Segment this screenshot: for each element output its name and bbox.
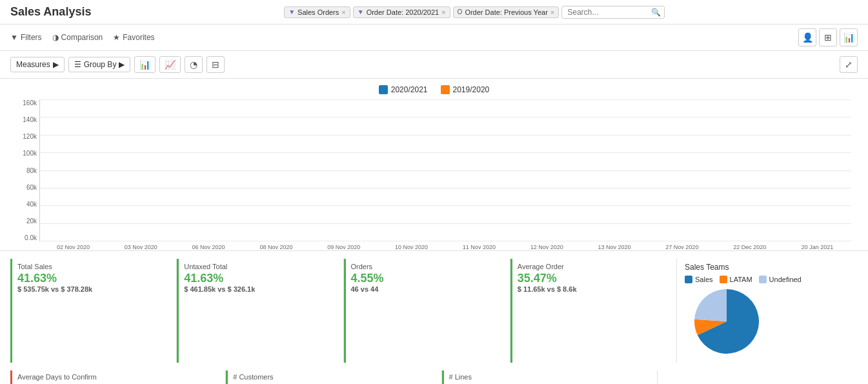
- kpi-sub: $ 11.65k vs $ 8.6k: [518, 285, 669, 293]
- legend-color-blue: [379, 85, 388, 94]
- filter-tag-label: Order Date: Previous Year: [465, 8, 547, 16]
- expand-button[interactable]: ⤢: [840, 56, 858, 73]
- x-axis-label: 22 Dec 2020: [716, 244, 783, 250]
- filter-close-icon[interactable]: ×: [550, 8, 554, 16]
- sales-teams-pie-chart: [685, 286, 769, 357]
- table-view-button[interactable]: ⊟: [207, 56, 225, 73]
- kpi-row-2: Average Days to Confirm -4% 0.72 vs 0.75…: [0, 370, 868, 384]
- measures-label: Measures: [16, 60, 50, 69]
- kpi-title: Average Order: [518, 263, 669, 270]
- filter-tag-label: Sales Orders: [298, 8, 339, 16]
- x-axis-label: 08 Nov 2020: [242, 244, 310, 250]
- pie-legend-color: [759, 276, 767, 283]
- kpi-sub: $ 535.75k vs $ 378.28k: [17, 285, 168, 293]
- group-by-button[interactable]: ☰ Group By ▶: [68, 57, 131, 72]
- kpi-percentage: 4.55%: [351, 272, 502, 285]
- y-axis-label: 120k: [23, 133, 37, 140]
- comparison-label: Comparison: [61, 33, 103, 42]
- x-axis-label: 27 Nov 2020: [648, 244, 716, 250]
- page-title: Sales Analysis: [10, 5, 91, 19]
- y-axis-label: 80k: [26, 167, 37, 174]
- kpi-col: Average Order 35.47% $ 11.65k vs $ 8.6k: [510, 259, 677, 363]
- x-axis-label: 10 Nov 2020: [378, 244, 445, 250]
- filter-tags: ▼Sales Orders×▼Order Date: 2020/2021×OOr…: [91, 6, 858, 19]
- view-person-button[interactable]: 👤: [798, 28, 816, 46]
- group-by-label: Group By: [84, 60, 117, 69]
- y-axis-label: 100k: [23, 150, 37, 157]
- search-box[interactable]: 🔍: [561, 6, 665, 19]
- sales-teams: Sales TeamsSalesLATAMUndefined: [677, 259, 858, 363]
- nav-left: ▼ Filters ◑ Comparison ★ Favorites: [10, 33, 155, 42]
- kpi-sub: $ 461.85k vs $ 326.1k: [184, 285, 335, 293]
- x-axis-label: 20 Jan 2021: [783, 244, 851, 250]
- filter-close-icon[interactable]: ×: [441, 8, 445, 16]
- favorites-icon: ★: [113, 33, 120, 42]
- x-axis-label: 09 Nov 2020: [310, 244, 378, 250]
- pie-legend-color: [720, 276, 727, 283]
- bar-chart-button[interactable]: 📊: [134, 56, 156, 73]
- chart-area: 2020/2021 2019/2020 160k140k120k100k80k6…: [0, 79, 868, 250]
- y-axis-label: 20k: [26, 217, 37, 225]
- measures-button[interactable]: Measures ▶: [10, 57, 65, 72]
- favorites-label: Favorites: [123, 33, 154, 42]
- filter-close-icon[interactable]: ×: [341, 8, 345, 16]
- x-axis-label: 12 Nov 2020: [513, 244, 581, 250]
- x-axis-labels: 02 Nov 202003 Nov 202006 Nov 202008 Nov …: [39, 241, 851, 250]
- search-input[interactable]: [567, 8, 651, 17]
- legend-color-orange: [441, 85, 450, 94]
- kpi-percentage: 41.63%: [184, 272, 335, 285]
- kpi-title: # Lines: [449, 373, 649, 381]
- kpi-col: Total Sales 41.63% $ 535.75k vs $ 378.28…: [10, 259, 177, 363]
- kpi-title: Total Sales: [17, 263, 168, 270]
- nav-right: 👤 ⊞ 📊: [798, 28, 858, 46]
- funnel-icon: ▼: [358, 8, 364, 15]
- filters-label: Filters: [21, 33, 42, 42]
- kpi-col: Untaxed Total 41.63% $ 461.85k vs $ 326.…: [177, 259, 343, 363]
- x-axis-label: 11 Nov 2020: [445, 244, 513, 250]
- y-axis-label: 60k: [26, 184, 37, 191]
- pie-legend-color: [685, 276, 692, 283]
- pie-legend-label: LATAM: [730, 276, 752, 283]
- kpi-col-2: Average Days to Confirm -4% 0.72 vs 0.75…: [10, 370, 226, 384]
- chart-legend: 2020/2021 2019/2020: [10, 85, 858, 94]
- favorites-button[interactable]: ★ Favorites: [113, 33, 154, 42]
- comparison-button[interactable]: ◑ Comparison: [52, 33, 103, 42]
- kpi-sub: 46 vs 44: [351, 285, 502, 293]
- legend-label-orange: 2019/2020: [453, 85, 490, 94]
- x-axis-label: 13 Nov 2020: [581, 244, 649, 250]
- pie-legend-item: Undefined: [759, 276, 802, 283]
- pie-legend-item: LATAM: [720, 276, 752, 283]
- group-by-icon: ☰: [74, 60, 81, 69]
- pie-chart-button[interactable]: ◔: [185, 56, 203, 73]
- x-axis-label: 06 Nov 2020: [175, 244, 243, 250]
- circle-icon: O: [458, 8, 463, 15]
- view-chart-button[interactable]: 📊: [840, 28, 858, 46]
- y-axis-label: 0.0k: [25, 234, 37, 241]
- kpi-title: # Customers: [233, 373, 433, 381]
- filter-tag[interactable]: ▼Order Date: 2020/2021×: [353, 6, 450, 18]
- grid-line: [40, 241, 851, 241]
- pie-legend: SalesLATAMUndefined: [685, 276, 850, 283]
- measures-arrow-icon: ▶: [53, 60, 59, 69]
- funnel-icon: ▼: [288, 8, 295, 15]
- filters-button[interactable]: ▼ Filters: [10, 33, 42, 42]
- filter-tag[interactable]: OOrder Date: Previous Year×: [453, 6, 560, 18]
- kpi-col-2: # Lines 8.96% 73 vs 67: [442, 370, 658, 384]
- kpi-title: Orders: [351, 263, 502, 270]
- kpi-percentage: 35.47%: [518, 272, 669, 285]
- filter-tag-label: Order Date: 2020/2021: [367, 8, 439, 16]
- y-axis-label: 140k: [23, 116, 37, 123]
- filter-tag[interactable]: ▼Sales Orders×: [284, 6, 350, 18]
- pie-legend-label: Sales: [695, 276, 713, 283]
- filter-icon: ▼: [10, 33, 18, 42]
- line-chart-button[interactable]: 📈: [159, 56, 181, 73]
- search-icon[interactable]: 🔍: [651, 8, 661, 17]
- pie-legend-item: Sales: [685, 276, 713, 283]
- view-table-button[interactable]: ⊞: [819, 28, 837, 46]
- kpi-percentage: 41.63%: [17, 272, 168, 285]
- kpi-title: Average Days to Confirm: [17, 373, 217, 381]
- kpi-col-2: # Customers 0% 16 vs 16: [226, 370, 441, 384]
- legend-item-blue: 2020/2021: [379, 85, 428, 94]
- top-header: Sales Analysis ▼Sales Orders×▼Order Date…: [0, 0, 868, 25]
- comparison-icon: ◑: [52, 33, 59, 42]
